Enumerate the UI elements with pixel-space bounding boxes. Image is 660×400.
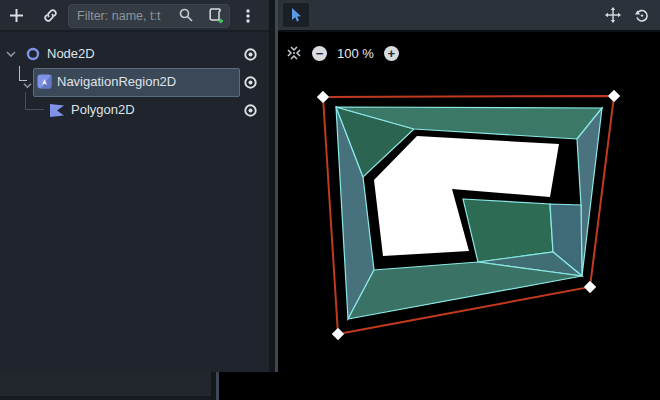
visibility-icon bbox=[243, 103, 258, 118]
chevron-down-icon[interactable] bbox=[23, 82, 32, 89]
rotate-icon bbox=[634, 7, 650, 23]
node2d-circle-icon bbox=[26, 47, 40, 61]
tree-row-node2d[interactable]: Node2D bbox=[0, 42, 262, 66]
instance-scene-icon bbox=[42, 7, 59, 24]
viewport-border bbox=[275, 0, 278, 372]
node-label: Polygon2D bbox=[71, 102, 135, 117]
visibility-toggle-navigation-region[interactable] bbox=[240, 73, 260, 91]
select-arrow-icon bbox=[288, 7, 304, 23]
instance-scene-button[interactable] bbox=[38, 4, 62, 27]
add-node-button[interactable] bbox=[4, 4, 28, 27]
rotate-tool-button[interactable] bbox=[629, 3, 655, 27]
node-label: Node2D bbox=[47, 46, 95, 61]
search-icon bbox=[178, 7, 194, 23]
zoom-level[interactable]: 100 % bbox=[337, 46, 374, 61]
navmesh-polygon bbox=[463, 199, 553, 262]
bottom-dock-edge bbox=[0, 396, 211, 400]
visibility-icon bbox=[243, 75, 258, 90]
chevron-down-icon[interactable] bbox=[6, 50, 16, 58]
navigation-region-icon bbox=[37, 74, 52, 89]
scene-dock-toolbar bbox=[0, 0, 269, 32]
center-view-icon[interactable] bbox=[286, 45, 302, 61]
node-label: NavigationRegion2D bbox=[57, 74, 176, 89]
polygon2d-icon bbox=[49, 103, 65, 118]
move-icon bbox=[605, 7, 621, 23]
tree-row-navigation-region[interactable]: NavigationRegion2D bbox=[0, 70, 262, 94]
visibility-icon bbox=[243, 47, 258, 62]
attach-script-button[interactable] bbox=[203, 4, 227, 27]
scene-dock-menu-button[interactable] bbox=[236, 4, 260, 27]
godot-editor-window: { "scene_dock": { "toolbar": { "filter_p… bbox=[0, 0, 660, 400]
tree-row-polygon2d[interactable]: Polygon2D bbox=[0, 98, 262, 122]
visibility-toggle-polygon2d[interactable] bbox=[240, 101, 260, 119]
zoom-out-button[interactable]: − bbox=[312, 46, 327, 61]
attach-script-icon bbox=[207, 7, 224, 24]
canvas-toolbar bbox=[278, 0, 660, 32]
visibility-toggle-node2d[interactable] bbox=[240, 45, 260, 63]
zoom-in-button[interactable]: + bbox=[384, 46, 399, 61]
add-node-icon bbox=[8, 7, 25, 24]
move-tool-button[interactable] bbox=[600, 3, 626, 27]
kebab-menu-icon bbox=[240, 8, 256, 24]
select-tool-button[interactable] bbox=[283, 3, 309, 27]
tree-branch-guide bbox=[25, 92, 44, 110]
scene-dock: Node2D NavigationRegion2D bbox=[0, 0, 269, 372]
viewport-border bbox=[216, 372, 219, 400]
viewport-zoom-overlay: − 100 % + bbox=[286, 44, 399, 62]
tree-branch-guide bbox=[19, 66, 27, 81]
